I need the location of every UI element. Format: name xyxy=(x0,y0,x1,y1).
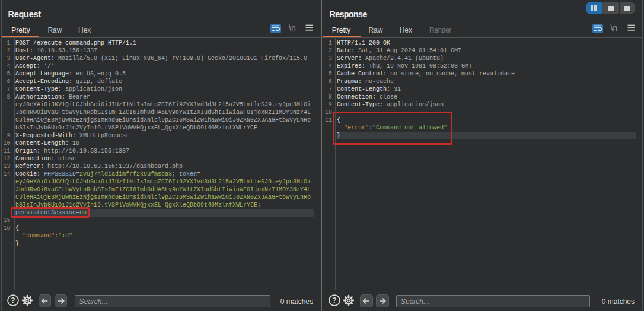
svg-text:?: ? xyxy=(11,297,15,305)
svg-text:?: ? xyxy=(333,297,337,305)
